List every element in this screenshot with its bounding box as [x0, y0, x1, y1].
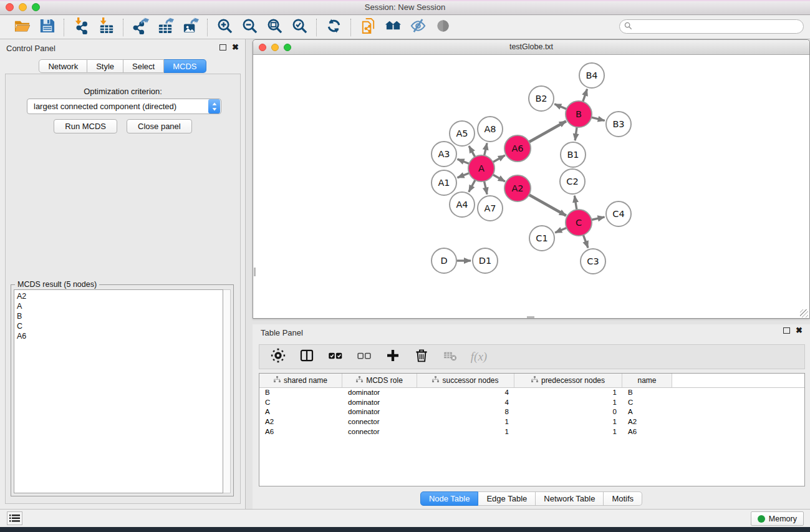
- edge-A-A1[interactable]: [458, 173, 470, 178]
- zoom-out-button[interactable]: [240, 18, 259, 37]
- node-A1[interactable]: A1: [432, 170, 456, 195]
- result-item[interactable]: A: [17, 301, 220, 311]
- cell-predecessor-nodes[interactable]: 1: [514, 398, 622, 408]
- edge-A-A7[interactable]: [485, 181, 488, 195]
- memory-button[interactable]: Memory: [751, 511, 804, 526]
- optimization-criterion-select[interactable]: largest connected component (directed): [27, 99, 221, 114]
- cell-successor-nodes[interactable]: 4: [417, 388, 514, 398]
- table-row[interactable]: Adominator80A: [259, 407, 804, 417]
- result-item[interactable]: B: [17, 311, 220, 321]
- edge-C-C4[interactable]: [592, 217, 605, 220]
- search-box[interactable]: [619, 19, 804, 34]
- node-A8[interactable]: A8: [478, 117, 503, 142]
- node-D[interactable]: D: [432, 248, 456, 273]
- visibility-off-button[interactable]: [408, 18, 427, 37]
- cell-MCDS-role[interactable]: dominator: [342, 398, 417, 408]
- tab-node-table[interactable]: Node Table: [420, 491, 479, 506]
- node-C3[interactable]: C3: [581, 249, 605, 274]
- import-table-button[interactable]: [97, 18, 115, 37]
- settings-gear-button[interactable]: [268, 347, 288, 366]
- tab-network-table[interactable]: Network Table: [536, 491, 604, 506]
- cell-predecessor-nodes[interactable]: 1: [514, 427, 622, 437]
- node-C2[interactable]: C2: [560, 169, 585, 194]
- cell-successor-nodes[interactable]: 1: [417, 427, 514, 437]
- network-file-button[interactable]: [359, 18, 377, 37]
- edge-A-A6[interactable]: [493, 155, 505, 162]
- export-image-button[interactable]: [181, 18, 200, 37]
- tab-mcds[interactable]: MCDS: [164, 59, 206, 73]
- table-row[interactable]: A2connector11A2: [259, 417, 804, 427]
- edge-A6-B[interactable]: [529, 121, 566, 142]
- node-B[interactable]: B: [566, 101, 592, 127]
- cell-predecessor-nodes[interactable]: 1: [514, 388, 622, 398]
- close-panel-icon[interactable]: ✖: [232, 44, 239, 51]
- edge-A-A3[interactable]: [458, 159, 470, 163]
- table-row[interactable]: Bdominator41B: [259, 388, 804, 398]
- edge-B-B1[interactable]: [575, 127, 577, 140]
- add-column-button[interactable]: [383, 347, 403, 366]
- export-table-button[interactable]: [156, 18, 175, 37]
- cell-shared-name[interactable]: B: [259, 388, 342, 398]
- edge-B-B3[interactable]: [591, 117, 604, 120]
- cell-name[interactable]: A: [622, 407, 672, 417]
- edge-A-A4[interactable]: [469, 180, 475, 192]
- eye-button[interactable]: [433, 18, 452, 37]
- cell-predecessor-nodes[interactable]: 1: [514, 417, 622, 427]
- cell-name[interactable]: B: [622, 388, 672, 398]
- column-header-MCDS-role[interactable]: MCDS role: [342, 374, 417, 387]
- vertical-scroll-indicator[interactable]: [254, 268, 256, 276]
- cell-MCDS-role[interactable]: dominator: [342, 388, 417, 398]
- cell-MCDS-role[interactable]: connector: [342, 427, 417, 437]
- run-mcds-button[interactable]: Run MCDS: [54, 119, 117, 133]
- node-A6[interactable]: A6: [504, 135, 531, 162]
- edge-C-C1[interactable]: [555, 228, 567, 233]
- result-item[interactable]: A6: [17, 331, 220, 341]
- table-row[interactable]: A6connector11A6: [259, 427, 804, 437]
- node-B2[interactable]: B2: [529, 86, 554, 111]
- node-A3[interactable]: A3: [432, 142, 456, 167]
- cell-shared-name[interactable]: A6: [259, 427, 342, 437]
- node-D1[interactable]: D1: [473, 248, 498, 273]
- zoom-in-button[interactable]: [215, 18, 234, 37]
- tab-motifs[interactable]: Motifs: [604, 491, 642, 506]
- cell-successor-nodes[interactable]: 8: [417, 407, 514, 417]
- cell-name[interactable]: C: [622, 398, 672, 408]
- task-history-button[interactable]: [7, 511, 22, 525]
- cell-shared-name[interactable]: A2: [259, 417, 342, 427]
- edge-C-C2[interactable]: [574, 196, 577, 210]
- cell-predecessor-nodes[interactable]: 0: [514, 407, 622, 417]
- edge-A-A5[interactable]: [469, 146, 475, 157]
- close-table-panel-icon[interactable]: ✖: [796, 327, 803, 334]
- tab-select[interactable]: Select: [123, 59, 164, 73]
- delete-column-button[interactable]: [412, 347, 432, 366]
- edge-A-A2[interactable]: [493, 175, 505, 181]
- table-row[interactable]: Cdominator41C: [259, 398, 804, 408]
- column-header-successor-nodes[interactable]: successor nodes: [417, 374, 514, 387]
- export-network-button[interactable]: [131, 18, 150, 37]
- zoom-fit-button[interactable]: [265, 18, 284, 37]
- cell-shared-name[interactable]: C: [259, 398, 342, 408]
- float-table-panel-icon[interactable]: [783, 327, 790, 334]
- column-view-button[interactable]: [297, 347, 317, 366]
- node-C4[interactable]: C4: [606, 201, 631, 226]
- node-A7[interactable]: A7: [478, 196, 503, 221]
- mcds-result-list[interactable]: A2ABCA6: [14, 289, 223, 493]
- open-folder-button[interactable]: [12, 18, 31, 37]
- column-header-predecessor-nodes[interactable]: predecessor nodes: [514, 374, 622, 387]
- tab-style[interactable]: Style: [87, 59, 123, 73]
- node-B3[interactable]: B3: [606, 112, 631, 137]
- edge-B-B4[interactable]: [583, 89, 587, 102]
- column-header-shared-name[interactable]: shared name: [259, 374, 342, 387]
- deselect-all-button[interactable]: [354, 347, 374, 366]
- zoom-selected-button[interactable]: [290, 18, 309, 37]
- node-B1[interactable]: B1: [561, 142, 586, 167]
- node-A2[interactable]: A2: [504, 175, 531, 201]
- cell-name[interactable]: A6: [622, 427, 672, 437]
- cell-MCDS-role[interactable]: connector: [342, 417, 417, 427]
- node-A[interactable]: A: [468, 155, 494, 181]
- import-network-button[interactable]: [72, 18, 90, 37]
- cell-successor-nodes[interactable]: 4: [417, 398, 514, 408]
- save-button[interactable]: [37, 18, 56, 37]
- search-input[interactable]: [632, 21, 803, 32]
- result-scrollbar[interactable]: [223, 289, 231, 493]
